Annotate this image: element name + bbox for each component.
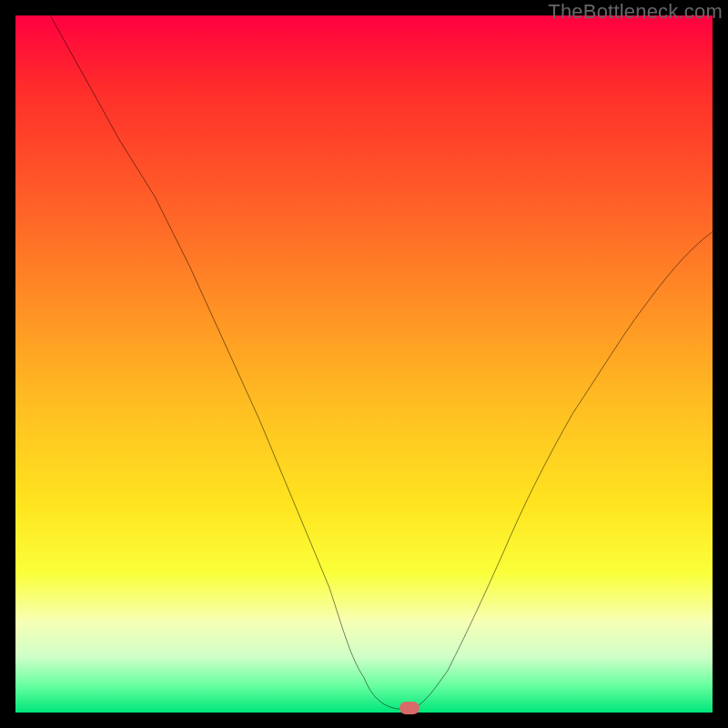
chart-stage: TheBottleneck.com (0, 0, 728, 728)
bottleneck-plot (15, 15, 713, 713)
bottleneck-curve (15, 15, 713, 713)
bottleneck-curve-path (50, 15, 713, 709)
optimal-point-marker (399, 702, 420, 714)
